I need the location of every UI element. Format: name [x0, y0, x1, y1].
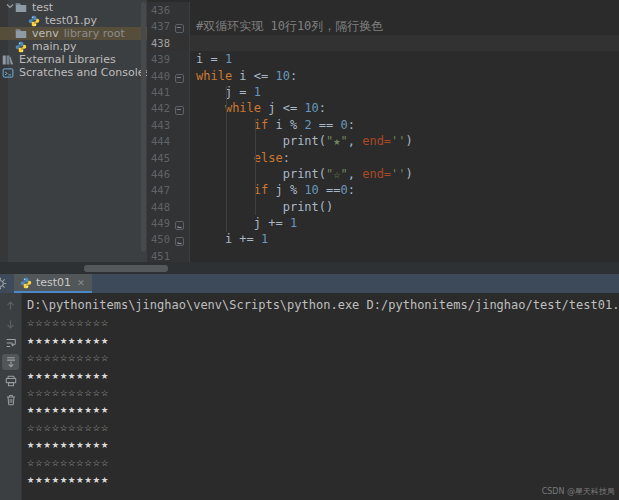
close-icon[interactable]: ✕ [77, 278, 85, 288]
tree-item-label: Scratches and Consoles [19, 66, 147, 79]
code-line-440[interactable]: 440−while i <= 10: [147, 68, 619, 84]
delete-icon[interactable] [2, 392, 19, 408]
tree-item-annotation: library root [64, 27, 125, 40]
line-number: 440 [147, 68, 170, 84]
line-number: 443 [147, 117, 170, 133]
gutter[interactable]: 447 [147, 182, 190, 198]
gutter[interactable]: 446 [147, 166, 190, 182]
code-line-444[interactable]: 444 print("★", end='') [147, 133, 619, 149]
code-line-450[interactable]: 450¬ i += 1 [147, 231, 619, 247]
gutter[interactable]: 440− [147, 68, 190, 84]
code-text[interactable]: j = 1 [190, 84, 619, 100]
gutter[interactable]: 438 [147, 35, 190, 51]
soft-wrap-icon[interactable] [2, 335, 19, 351]
fold-column [170, 117, 188, 133]
gutter[interactable]: 450¬ [147, 231, 190, 247]
code-line-437[interactable]: 437−#双循环实现 10行10列，隔行换色 [147, 18, 619, 34]
line-number: 448 [147, 199, 170, 215]
fold-column [170, 166, 188, 182]
gutter[interactable]: 451 [147, 248, 190, 262]
python-icon [28, 15, 41, 27]
code-line-446[interactable]: 446 print("☆", end='') [147, 166, 619, 182]
fold-column [170, 248, 188, 262]
gear-icon[interactable] [0, 274, 10, 293]
code-text[interactable]: j += 1 [190, 215, 619, 231]
tree-item-scratches-and-consoles[interactable]: Scratches and Consoles [0, 66, 147, 79]
python-icon [15, 41, 28, 53]
chevron-down-icon[interactable] [4, 2, 15, 13]
code-text[interactable] [190, 248, 619, 262]
code-line-439[interactable]: 439i = 1 [147, 51, 619, 67]
tree-item-label: test [32, 1, 53, 14]
up-arrow-icon[interactable] [2, 297, 19, 313]
run-tab-label: test01 [36, 276, 71, 289]
tree-item-label: External Libraries [19, 53, 116, 66]
gutter[interactable]: 449¬ [147, 215, 190, 231]
fold-marker-icon[interactable]: ¬ [170, 231, 188, 247]
gutter[interactable]: 448 [147, 199, 190, 215]
gutter[interactable]: 442− [147, 100, 190, 116]
indent-guide [226, 86, 227, 232]
code-line-447[interactable]: 447 if j % 10 ==0: [147, 182, 619, 198]
scroll-to-end-icon[interactable] [2, 354, 19, 370]
console-command-line: D:\pythonitems\jinghao\venv\Scripts\pyth… [27, 297, 619, 314]
line-number: 438 [147, 35, 170, 51]
fold-marker-icon[interactable]: ¬ [170, 215, 188, 231]
code-text[interactable]: while j <= 10: [190, 100, 619, 116]
gutter[interactable]: 441 [147, 84, 190, 100]
fold-marker-icon[interactable]: − [170, 18, 188, 34]
line-number: 449 [147, 215, 170, 231]
code-line-441[interactable]: 441 j = 1 [147, 84, 619, 100]
fold-column [170, 84, 188, 100]
code-text[interactable] [190, 2, 619, 18]
gutter[interactable]: 436 [147, 2, 190, 18]
code-line-448[interactable]: 448 print() [147, 199, 619, 215]
tree-item-external-libraries[interactable]: External Libraries [0, 53, 147, 66]
horizontal-scrollbar-thumb[interactable] [84, 265, 168, 272]
code-line-445[interactable]: 445 else: [147, 150, 619, 166]
line-number: 445 [147, 150, 170, 166]
libraries-icon [2, 54, 15, 66]
code-line-436[interactable]: 436 [147, 2, 619, 18]
console-line: ★★★★★★★★★★ [27, 436, 619, 453]
line-number: 444 [147, 133, 170, 149]
gutter[interactable]: 437− [147, 18, 190, 34]
fold-column [170, 35, 188, 51]
run-console: D:\pythonitems\jinghao\venv\Scripts\pyth… [0, 293, 619, 500]
code-line-449[interactable]: 449¬ j += 1 [147, 215, 619, 231]
project-panel-scrollbar[interactable] [141, 2, 146, 252]
console-output[interactable]: D:\pythonitems\jinghao\venv\Scripts\pyth… [22, 293, 619, 500]
line-number: 437 [147, 18, 170, 34]
code-text[interactable]: #双循环实现 10行10列，隔行换色 [190, 18, 619, 34]
line-number: 441 [147, 84, 170, 100]
code-editor[interactable]: 436437−#双循环实现 10行10列，隔行换色438439i = 1440−… [147, 0, 619, 262]
gutter[interactable]: 443 [147, 117, 190, 133]
code-text[interactable]: i = 1 [190, 51, 619, 67]
code-line-442[interactable]: 442− while j <= 10: [147, 100, 619, 116]
project-tree: testtest01.pyvenvlibrary rootmain.pyExte… [0, 1, 147, 79]
print-icon[interactable] [2, 373, 19, 389]
run-tab-test01[interactable]: test01 ✕ [14, 274, 92, 293]
tree-item-test01-py[interactable]: test01.py [0, 14, 147, 27]
gutter[interactable]: 445 [147, 150, 190, 166]
fold-marker-icon[interactable]: − [170, 68, 188, 84]
fold-column [170, 2, 188, 18]
console-line: ★★★★★★★★★★ [27, 401, 619, 418]
code-text[interactable]: i += 1 [190, 231, 619, 247]
tree-item-main-py[interactable]: main.py [0, 40, 147, 53]
fold-marker-icon[interactable]: − [170, 100, 188, 116]
code-text[interactable]: while i <= 10: [190, 68, 619, 84]
code-text[interactable] [190, 35, 619, 51]
code-line-451[interactable]: 451 [147, 248, 619, 262]
gutter[interactable]: 444 [147, 133, 190, 149]
gutter[interactable]: 439 [147, 51, 190, 67]
tree-item-test[interactable]: test [0, 1, 147, 14]
code-line-443[interactable]: 443 if i % 2 == 0: [147, 117, 619, 133]
indent-guide [255, 119, 256, 215]
down-arrow-icon[interactable] [2, 316, 19, 332]
line-number: 439 [147, 51, 170, 67]
code-line-438[interactable]: 438 [147, 35, 619, 51]
tree-item-label: test01.py [45, 14, 97, 27]
folder-icon [15, 2, 28, 14]
tree-item-venv[interactable]: venvlibrary root [0, 27, 147, 40]
